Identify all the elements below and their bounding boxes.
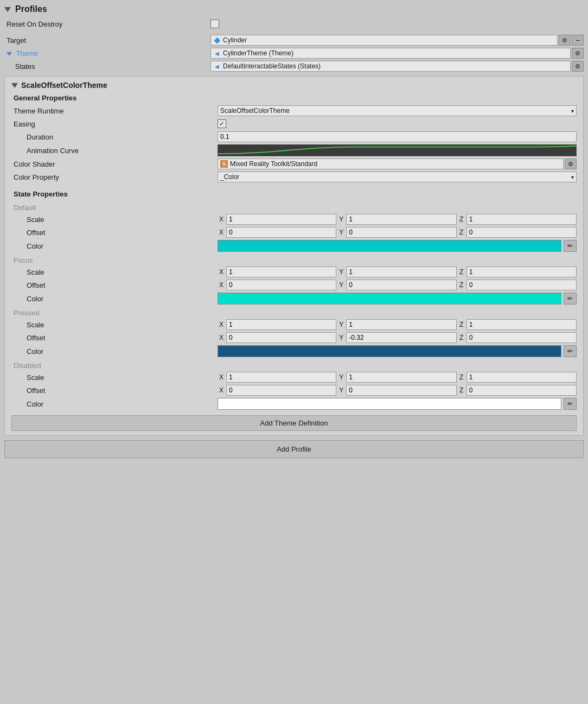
add-theme-definition-button[interactable]: Add Theme Definition <box>11 415 577 431</box>
default-offset-x-input[interactable] <box>226 227 336 238</box>
theme-card-collapse-icon[interactable] <box>11 83 18 88</box>
focus-scale-z-label: Z <box>458 268 465 276</box>
pressed-color-bar[interactable] <box>218 345 561 357</box>
disabled-scale-z-input[interactable] <box>466 372 577 383</box>
disabled-color-control: ✏ <box>218 398 577 410</box>
state-properties-title: State Properties <box>11 190 577 198</box>
focus-eyedropper-button[interactable]: ✏ <box>564 293 577 305</box>
focus-offset-x-input[interactable] <box>226 280 336 290</box>
theme-link-label[interactable]: Theme <box>16 49 38 58</box>
theme-card-title: ScaleOffsetColorTheme <box>21 81 107 90</box>
theme-runtime-control: ScaleOffsetColorTheme ▾ <box>218 105 577 116</box>
pressed-color-row: Color ✏ <box>11 344 577 358</box>
disabled-scale-x-input[interactable] <box>226 372 336 383</box>
focus-state-label: Focus <box>11 253 577 265</box>
profiles-collapse-icon[interactable] <box>4 7 11 12</box>
focus-color-bar[interactable] <box>218 293 561 305</box>
disabled-eyedropper-button[interactable]: ✏ <box>564 398 577 410</box>
color-property-arrow: ▾ <box>571 174 574 180</box>
default-offset-x-label: X <box>218 229 225 236</box>
easing-checkbox[interactable]: ✓ <box>218 119 226 128</box>
add-profile-button[interactable]: Add Profile <box>4 440 584 458</box>
default-state-label: Default <box>11 200 577 213</box>
theme-runtime-dropdown[interactable]: ScaleOffsetColorTheme ▾ <box>218 105 577 116</box>
focus-scale-y-input[interactable] <box>346 267 456 277</box>
pressed-scale-label: Scale <box>11 321 218 329</box>
reset-on-destroy-label: Reset On Destroy <box>4 20 210 28</box>
pressed-offset-x-input[interactable] <box>226 332 336 343</box>
disabled-offset-label: Offset <box>11 386 218 395</box>
theme-card-header: ScaleOffsetColorTheme <box>11 81 577 90</box>
default-scale-xyz: X Y Z <box>218 214 577 225</box>
default-offset-row: Offset X Y Z <box>11 226 577 239</box>
animation-curve-svg <box>218 145 576 156</box>
profiles-title: Profiles <box>15 4 47 14</box>
default-eyedropper-button[interactable]: ✏ <box>564 240 577 252</box>
pressed-scale-x-input[interactable] <box>226 319 336 330</box>
default-scale-y-input[interactable] <box>346 214 456 225</box>
default-offset-y-input[interactable] <box>346 227 456 238</box>
theme-gear-button[interactable]: ⚙ <box>572 48 584 59</box>
disabled-offset-row: Offset X Y Z <box>11 384 577 397</box>
disabled-scale-y-input[interactable] <box>346 372 456 383</box>
disabled-offset-z-input[interactable] <box>466 385 577 396</box>
theme-runtime-label: Theme Runtime <box>11 107 218 115</box>
disabled-scale-y-label: Y <box>337 373 345 381</box>
focus-scale-z-input[interactable] <box>466 267 577 277</box>
theme-row: Theme ◀ CylinderTheme (Theme) ⚙ <box>4 47 584 60</box>
reset-on-destroy-checkbox[interactable] <box>210 20 219 28</box>
pressed-offset-z-input[interactable] <box>466 332 577 343</box>
states-value: DefaultInteractableStates (States) <box>223 62 321 70</box>
animation-curve-bar[interactable] <box>218 144 577 156</box>
pressed-offset-y-input[interactable] <box>346 332 456 343</box>
pressed-scale-row: Scale X Y Z <box>11 318 577 331</box>
pressed-scale-z-input[interactable] <box>466 319 577 330</box>
disabled-scale-z-label: Z <box>458 373 465 381</box>
target-label: Target <box>4 36 210 45</box>
target-cube-icon: 🔷 <box>213 36 221 44</box>
pressed-scale-y-label: Y <box>337 321 345 328</box>
focus-scale-xyz: X Y Z <box>218 267 577 277</box>
focus-offset-z-input[interactable] <box>466 280 577 290</box>
theme-value: CylinderTheme (Theme) <box>223 49 293 57</box>
states-gear-button[interactable]: ⚙ <box>572 61 584 72</box>
focus-offset-y-input[interactable] <box>346 280 456 290</box>
theme-runtime-row: Theme Runtime ScaleOffsetColorTheme ▾ <box>11 104 577 117</box>
pressed-eyedropper-button[interactable]: ✏ <box>564 345 577 357</box>
disabled-eyedropper-icon: ✏ <box>567 400 573 408</box>
focus-scale-row: Scale X Y Z <box>11 265 577 278</box>
theme-expand-icon[interactable] <box>7 52 12 56</box>
duration-label: Duration <box>11 133 218 141</box>
color-shader-field[interactable]: S Mixed Reality Toolkit/Standard <box>218 158 564 169</box>
default-offset-label: Offset <box>11 229 218 237</box>
duration-input[interactable] <box>218 131 577 142</box>
target-minus-button[interactable]: − <box>572 35 584 46</box>
target-field[interactable]: 🔷 Cylinder <box>210 35 558 46</box>
disabled-color-bar[interactable] <box>218 398 561 410</box>
profiles-header: Profiles <box>4 4 584 14</box>
theme-control: ◀ CylinderTheme (Theme) ⚙ <box>210 48 584 59</box>
states-field[interactable]: ◀ DefaultInteractableStates (States) <box>210 61 571 72</box>
focus-scale-y-label: Y <box>337 268 345 276</box>
default-color-bar[interactable] <box>218 240 561 252</box>
disabled-offset-x-input[interactable] <box>226 385 336 396</box>
focus-scale-x-input[interactable] <box>226 267 336 277</box>
default-color-row: Color ✏ <box>11 239 577 253</box>
color-shader-gear-button[interactable]: ⚙ <box>565 158 577 169</box>
pressed-scale-z-label: Z <box>458 321 465 328</box>
default-offset-z-label: Z <box>458 229 465 236</box>
animation-curve-control <box>218 144 577 156</box>
target-row: Target 🔷 Cylinder ⚙ − <box>4 34 584 47</box>
default-eyedropper-icon: ✏ <box>567 242 573 250</box>
pressed-eyedropper-icon: ✏ <box>567 347 573 355</box>
target-gear-button[interactable]: ⚙ <box>559 35 571 46</box>
color-property-dropdown[interactable]: _Color ▾ <box>218 172 577 182</box>
disabled-offset-y-input[interactable] <box>346 385 456 396</box>
default-scale-z-input[interactable] <box>466 214 577 225</box>
default-scale-x-input[interactable] <box>226 214 336 225</box>
pressed-scale-y-input[interactable] <box>346 319 456 330</box>
theme-field[interactable]: ◀ CylinderTheme (Theme) <box>210 48 571 59</box>
default-offset-z-input[interactable] <box>466 227 577 238</box>
general-properties-title: General Properties <box>11 94 577 102</box>
focus-offset-x-label: X <box>218 281 225 289</box>
